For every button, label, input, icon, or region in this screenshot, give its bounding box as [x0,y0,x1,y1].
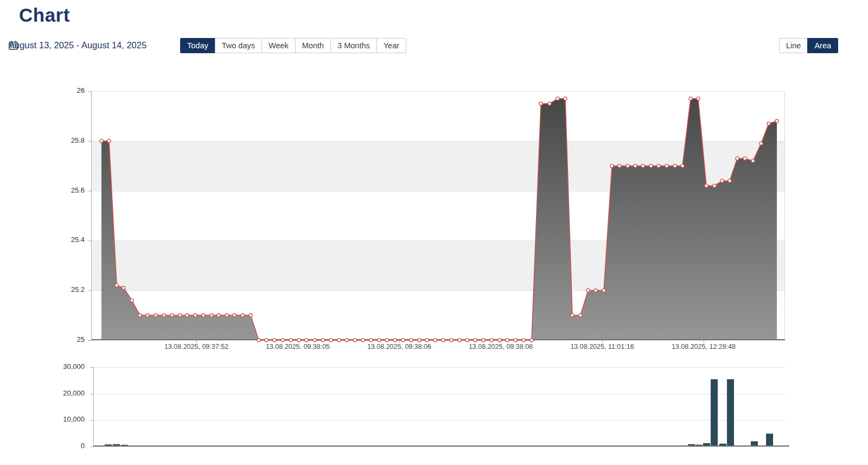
data-point-marker[interactable] [465,339,469,342]
range-button-today[interactable]: Today [180,38,215,53]
data-point-marker[interactable] [514,339,517,342]
data-point-marker[interactable] [775,119,778,123]
data-point-marker[interactable] [767,122,770,125]
data-point-marker[interactable] [649,164,653,168]
data-point-marker[interactable] [410,339,413,342]
data-point-marker[interactable] [162,314,165,317]
data-point-marker[interactable] [154,314,157,317]
mode-button-line[interactable]: Line [779,38,808,53]
data-point-marker[interactable] [281,339,284,342]
data-point-marker[interactable] [385,339,388,342]
data-point-marker[interactable] [321,339,324,342]
data-point-marker[interactable] [329,339,333,342]
data-point-marker[interactable] [100,139,103,143]
data-point-marker[interactable] [571,314,574,317]
data-point-marker[interactable] [257,339,260,342]
data-point-marker[interactable] [353,339,356,342]
data-point-marker[interactable] [506,339,509,342]
data-point-marker[interactable] [361,339,365,342]
data-point-marker[interactable] [743,157,746,160]
data-point-marker[interactable] [178,314,182,317]
data-point-marker[interactable] [138,314,142,317]
data-point-marker[interactable] [122,286,125,290]
data-point-marker[interactable] [751,159,755,162]
data-point-marker[interactable] [107,139,111,143]
data-point-marker[interactable] [450,339,453,342]
data-point-marker[interactable] [579,314,582,317]
data-point-marker[interactable] [610,164,614,168]
data-point-marker[interactable] [530,339,533,342]
data-point-marker[interactable] [202,314,205,317]
range-button-two-days[interactable]: Two days [215,38,262,53]
data-point-marker[interactable] [490,339,493,342]
mode-button-area[interactable]: Area [807,38,838,53]
data-point-marker[interactable] [602,289,605,292]
data-point-marker[interactable] [378,339,381,342]
data-point-marker[interactable] [337,339,341,342]
data-point-marker[interactable] [634,164,637,168]
data-point-marker[interactable] [760,142,763,145]
data-point-marker[interactable] [418,339,421,342]
data-point-marker[interactable] [474,339,477,342]
data-point-marker[interactable] [313,339,316,342]
data-point-marker[interactable] [249,314,252,317]
data-point-marker[interactable] [115,284,118,287]
data-point-marker[interactable] [728,179,731,182]
data-point-marker[interactable] [548,102,551,105]
data-point-marker[interactable] [626,164,629,168]
data-point-marker[interactable] [130,298,133,302]
data-point-marker[interactable] [618,164,621,168]
data-point-marker[interactable] [705,184,708,187]
data-point-marker[interactable] [401,339,405,342]
range-button-year[interactable]: Year [376,38,406,53]
range-button-month[interactable]: Month [295,38,331,53]
x-axis-tick-label: 13.08.2025, 09:38:06 [348,343,451,351]
data-point-marker[interactable] [186,314,189,317]
data-point-marker[interactable] [425,339,429,342]
data-point-marker[interactable] [539,102,542,105]
data-point-marker[interactable] [498,339,501,342]
data-point-marker[interactable] [433,339,437,342]
data-point-marker[interactable] [369,339,373,342]
data-point-marker[interactable] [210,314,213,317]
data-point-marker[interactable] [681,164,684,168]
data-point-marker[interactable] [146,314,149,317]
data-point-marker[interactable] [241,314,244,317]
data-point-marker[interactable] [297,339,301,342]
volume-bar[interactable] [766,434,773,447]
data-point-marker[interactable] [217,314,220,317]
data-point-marker[interactable] [442,339,445,342]
volume-bar[interactable] [711,379,718,447]
data-point-marker[interactable] [665,164,668,168]
data-point-marker[interactable] [522,339,525,342]
data-point-marker[interactable] [194,314,197,317]
data-point-marker[interactable] [673,164,676,168]
range-button-week[interactable]: Week [261,38,296,53]
data-point-marker[interactable] [265,339,268,342]
data-point-marker[interactable] [564,97,567,100]
data-point-marker[interactable] [458,339,461,342]
data-point-marker[interactable] [720,179,724,182]
data-point-marker[interactable] [170,314,174,317]
data-point-marker[interactable] [556,97,559,100]
data-point-marker[interactable] [689,97,692,100]
data-point-marker[interactable] [697,97,700,100]
area-fill [101,99,777,340]
data-point-marker[interactable] [225,314,228,317]
data-point-marker[interactable] [233,314,236,317]
data-point-marker[interactable] [289,339,292,342]
range-button-3-months[interactable]: 3 Months [330,38,377,53]
data-point-marker[interactable] [273,339,276,342]
date-range-picker[interactable]: August 13, 2025 - August 14, 2025 [9,40,146,50]
data-point-marker[interactable] [641,164,644,168]
volume-bar[interactable] [727,379,734,447]
data-point-marker[interactable] [657,164,660,168]
data-point-marker[interactable] [345,339,348,342]
data-point-marker[interactable] [482,339,485,342]
data-point-marker[interactable] [713,184,716,187]
data-point-marker[interactable] [305,339,308,342]
data-point-marker[interactable] [736,157,739,160]
data-point-marker[interactable] [586,289,590,292]
data-point-marker[interactable] [594,289,597,292]
data-point-marker[interactable] [393,339,397,342]
